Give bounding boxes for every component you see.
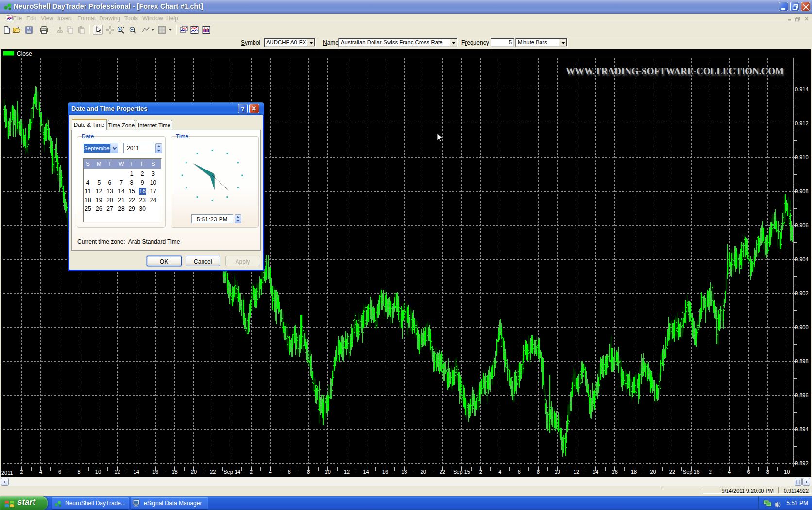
svg-text:0.910: 0.910 <box>795 154 809 160</box>
svg-text:0.912: 0.912 <box>795 120 809 126</box>
svg-text:8: 8 <box>766 469 769 475</box>
svg-text:20: 20 <box>421 469 426 475</box>
svg-text:14: 14 <box>134 469 139 475</box>
svg-text:14: 14 <box>592 469 598 475</box>
svg-text:2: 2 <box>479 469 482 475</box>
svg-text:2: 2 <box>709 469 712 475</box>
svg-text:10: 10 <box>784 469 790 475</box>
svg-text:4: 4 <box>728 469 731 475</box>
svg-text:4: 4 <box>269 469 271 475</box>
svg-text:0.898: 0.898 <box>795 358 809 364</box>
svg-text:Sep 15: Sep 15 <box>453 469 470 475</box>
svg-text:18: 18 <box>401 469 407 475</box>
svg-text:0.894: 0.894 <box>795 426 809 432</box>
svg-text:6: 6 <box>518 469 521 475</box>
svg-text:12: 12 <box>114 469 120 475</box>
svg-text:14: 14 <box>363 469 369 475</box>
svg-text:18: 18 <box>631 469 637 475</box>
svg-text:0.914: 0.914 <box>795 86 809 92</box>
svg-text:6: 6 <box>288 469 291 475</box>
svg-text:18: 18 <box>171 469 177 475</box>
svg-text:2011: 2011 <box>1 470 13 476</box>
svg-text:2: 2 <box>20 469 23 475</box>
svg-text:Sep 14: Sep 14 <box>223 469 240 475</box>
svg-text:12: 12 <box>344 469 350 475</box>
svg-text:0.904: 0.904 <box>795 256 809 262</box>
svg-text:10: 10 <box>554 469 560 475</box>
svg-text:6: 6 <box>747 469 750 475</box>
svg-text:Sep 16: Sep 16 <box>683 469 700 475</box>
svg-text:12: 12 <box>574 469 579 475</box>
svg-text:20: 20 <box>191 469 197 475</box>
svg-text:6: 6 <box>58 469 61 475</box>
svg-text:22: 22 <box>210 469 216 475</box>
svg-text:22: 22 <box>440 469 445 475</box>
svg-text:10: 10 <box>95 469 101 475</box>
svg-text:20: 20 <box>650 469 656 475</box>
svg-text:0.900: 0.900 <box>795 324 809 330</box>
svg-text:8: 8 <box>307 469 310 475</box>
svg-text:16: 16 <box>382 469 388 475</box>
svg-text:10: 10 <box>325 469 331 475</box>
svg-text:0.902: 0.902 <box>795 290 809 296</box>
svg-text:Close: Close <box>17 51 32 57</box>
svg-text:0.906: 0.906 <box>795 222 809 228</box>
svg-text:16: 16 <box>152 469 158 475</box>
svg-text:8: 8 <box>537 469 540 475</box>
svg-text:0.908: 0.908 <box>795 188 809 194</box>
svg-text:8: 8 <box>77 469 80 475</box>
svg-text:4: 4 <box>39 469 42 475</box>
svg-text:0.896: 0.896 <box>795 392 809 398</box>
svg-text:2: 2 <box>250 469 253 475</box>
svg-text:0.892: 0.892 <box>795 460 809 466</box>
svg-text:4: 4 <box>498 469 501 475</box>
svg-text:22: 22 <box>669 469 675 475</box>
svg-text:16: 16 <box>612 469 618 475</box>
